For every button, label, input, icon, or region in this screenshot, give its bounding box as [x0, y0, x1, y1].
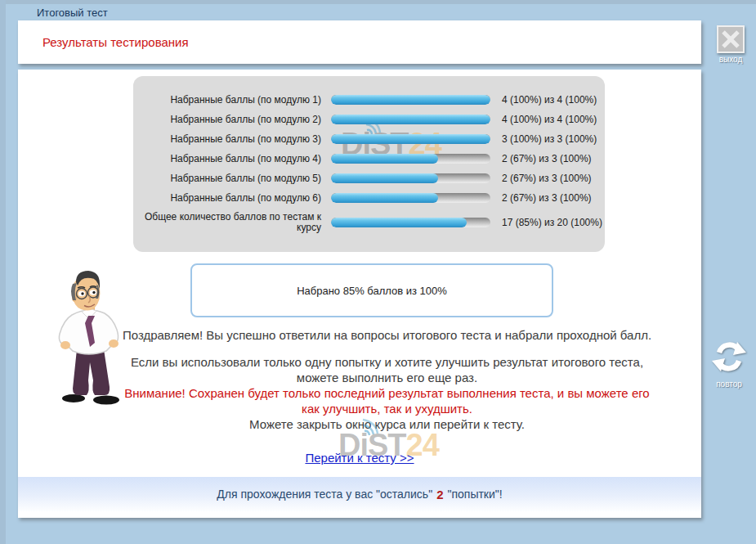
goto-test-link[interactable]: Перейти к тесту >> — [305, 451, 414, 465]
repeat-button[interactable]: повтор — [706, 339, 752, 389]
results-rows: Набранные баллы (по модулю 1)4 (100%) из… — [133, 90, 605, 237]
close-icon — [717, 25, 745, 53]
close-or-goto-text: Можете закрыть окно курса или перейти к … — [116, 416, 658, 432]
score-summary-box: Набрано 85% баллов из 100% — [190, 263, 553, 317]
score-summary-text: Набрано 85% баллов из 100% — [297, 285, 447, 297]
result-row-value: 2 (67%) из 3 (100%) — [502, 173, 592, 184]
result-row-value: 3 (100%) из 3 (100%) — [502, 133, 597, 145]
progress-bar-track — [331, 154, 490, 164]
results-panel: DiST24 Набранные баллы (по модулю 1)4 (1… — [133, 76, 605, 252]
result-row-label: Набранные баллы (по модулю 5) — [143, 173, 321, 184]
result-messages: Поздравляем! Вы успешно ответили на вопр… — [116, 327, 658, 432]
result-row-label: Набранные баллы (по модулю 2) — [143, 115, 321, 125]
warning-text: Внимание! Сохранен будет только последни… — [116, 385, 658, 416]
page-title: Результаты тестирования — [42, 35, 189, 49]
result-row: Набранные баллы (по модулю 6)2 (67%) из … — [133, 188, 605, 208]
result-row-label: Набранные баллы (по модулю 4) — [143, 154, 321, 164]
window-left-edge — [0, 0, 6, 544]
result-row-value: 2 (67%) из 3 (100%) — [502, 192, 592, 204]
progress-bar-track — [331, 95, 490, 105]
attempts-text-after: "попытки"! — [447, 488, 502, 501]
congrats-text: Поздравляем! Вы успешно ответили на вопр… — [116, 327, 658, 343]
header-panel: Результаты тестирования — [18, 20, 701, 64]
progress-bar-track — [331, 218, 490, 227]
progress-bar-fill — [331, 95, 490, 105]
result-row-label: Набранные баллы (по модулю 1) — [143, 95, 321, 106]
progress-bar-fill — [331, 173, 438, 183]
result-row: Набранные баллы (по модулю 5)2 (67%) из … — [133, 169, 605, 188]
window-title: Итоговый тест — [37, 7, 108, 19]
progress-bar-track — [331, 173, 490, 183]
result-row-label: Набранные баллы (по модулю 3) — [143, 134, 321, 145]
progress-bar-track — [331, 115, 490, 124]
result-row: Общее количество баллов по тестам к курс… — [133, 208, 605, 237]
retry-info-text: Если вы использовали только одну попытку… — [116, 354, 658, 385]
exit-button[interactable]: выход — [713, 25, 749, 64]
result-row-value: 2 (67%) из 3 (100%) — [502, 153, 592, 164]
result-row: Набранные баллы (по модулю 3)3 (100%) из… — [133, 129, 605, 149]
attempts-count: 2 — [436, 488, 443, 501]
attempts-bar: Для прохождения теста у вас "остались" 2… — [18, 477, 701, 511]
result-row-label: Набранные баллы (по модулю 6) — [143, 193, 321, 204]
progress-bar-track — [331, 193, 490, 203]
result-row: Набранные баллы (по модулю 2)4 (100%) из… — [133, 110, 605, 129]
result-row-value: 4 (100%) из 4 (100%) — [502, 94, 597, 106]
attempts-text-before: Для прохождения теста у вас "остались" — [217, 488, 432, 501]
progress-bar-fill — [331, 193, 438, 203]
progress-bar-fill — [331, 218, 467, 227]
repeat-button-label: повтор — [706, 380, 752, 389]
exit-button-label: выход — [713, 55, 749, 64]
repeat-arrows-icon — [710, 339, 748, 375]
result-row-value: 17 (85%) из 20 (100%) — [502, 217, 602, 228]
window-top-edge — [0, 0, 756, 4]
progress-bar-track — [331, 134, 490, 144]
main-panel: DiST24 Набранные баллы (по модулю 1)4 (1… — [18, 70, 701, 518]
result-row-label: Общее количество баллов по тестам к курс… — [143, 212, 321, 233]
result-row-value: 4 (100%) из 4 (100%) — [502, 114, 597, 125]
progress-bar-fill — [331, 154, 438, 164]
progress-bar-fill — [331, 134, 490, 144]
progress-bar-fill — [331, 115, 490, 124]
result-row: Набранные баллы (по модулю 1)4 (100%) из… — [133, 90, 605, 110]
goto-test-link-wrap: Перейти к тесту >> — [18, 451, 701, 465]
result-row: Набранные баллы (по модулю 4)2 (67%) из … — [133, 149, 605, 169]
